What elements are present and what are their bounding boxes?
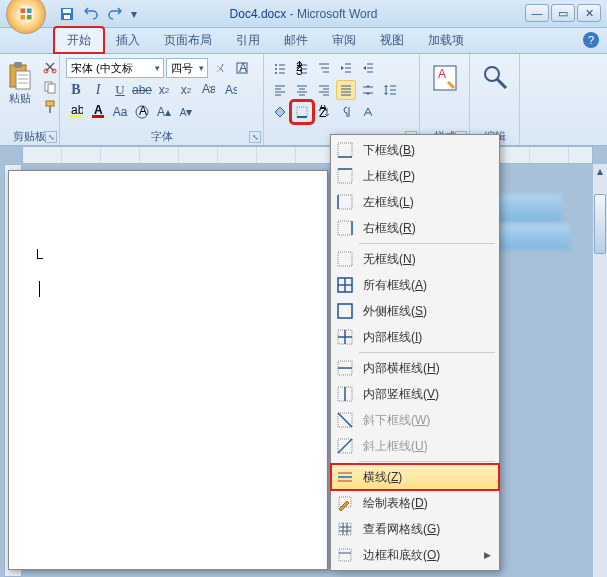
svg-rect-17 [48,84,55,93]
snap-grid-icon[interactable] [358,102,378,122]
char-shading-icon[interactable]: Aa [110,102,130,122]
svg-rect-83 [338,143,352,157]
tab-insert[interactable]: 插入 [104,28,152,53]
underline-button[interactable]: U [110,80,130,100]
tab-addins[interactable]: 加载项 [416,28,476,53]
svg-rect-6 [63,9,71,13]
borders-button[interactable] [292,102,312,122]
char-border-icon[interactable]: A [232,58,252,78]
close-button[interactable]: ✕ [577,4,601,22]
font-launcher[interactable]: ⤡ [249,131,261,143]
show-marks-icon[interactable] [336,102,356,122]
shrink-font-icon[interactable]: A▾ [176,102,196,122]
menu-item-hline[interactable]: 横线(Z) [331,464,499,490]
subscript-button[interactable]: x2 [154,80,174,100]
undo-icon[interactable] [80,3,102,25]
superscript-button[interactable]: x2 [176,80,196,100]
shading-icon[interactable] [270,102,290,122]
group-label-font: 字体 [60,129,263,144]
menu-item-right[interactable]: 右框线(R) [331,215,499,241]
svg-rect-87 [338,195,352,209]
menu-item-inside-h[interactable]: 内部横框线(H) [331,355,499,381]
save-icon[interactable] [56,3,78,25]
redo-icon[interactable] [104,3,126,25]
svg-rect-85 [338,169,352,183]
tab-references[interactable]: 引用 [224,28,272,53]
bullets-icon[interactable] [270,58,290,78]
svg-rect-3 [21,14,26,19]
svg-point-31 [275,64,277,66]
cut-icon[interactable] [40,58,60,76]
increase-indent-icon[interactable] [358,58,378,78]
minimize-button[interactable]: — [525,4,549,22]
decrease-indent-icon[interactable] [336,58,356,78]
menu-item-none[interactable]: 无框线(N) [331,246,499,272]
tab-view[interactable]: 视图 [368,28,416,53]
menu-item-label: 所有框线(A) [363,277,427,294]
font-name-combo[interactable]: 宋体 (中文标 [66,58,164,78]
tab-page-layout[interactable]: 页面布局 [152,28,224,53]
document-page[interactable] [8,170,328,570]
menu-item-label: 上框线(P) [363,168,415,185]
scroll-thumb[interactable] [594,194,606,254]
menu-item-label: 外侧框线(S) [363,303,427,320]
svg-line-82 [497,79,506,88]
menu-item-dialog[interactable]: 边框和底纹(O)▶ [331,542,499,568]
font-color-icon[interactable]: A [88,102,108,122]
highlight-color-icon[interactable]: ab [66,102,86,122]
align-center-icon[interactable] [292,80,312,100]
sort-icon[interactable]: AZ [314,102,334,122]
strikethrough-button[interactable]: abe [132,80,152,100]
distribute-icon[interactable] [358,80,378,100]
qat-customize-icon[interactable]: ▾ [128,3,140,25]
svg-rect-89 [338,221,352,235]
clear-format-icon[interactable]: Aa [198,80,218,100]
font-size-combo[interactable]: 四号 [166,58,208,78]
menu-item-label: 横线(Z) [363,469,402,486]
tab-review[interactable]: 审阅 [320,28,368,53]
margin-mark [37,249,43,259]
align-right-icon[interactable] [314,80,334,100]
vertical-scrollbar[interactable]: ▴ [593,164,607,577]
grow-font-icon[interactable]: A▴ [154,102,174,122]
menu-separator [359,243,495,244]
format-painter-icon[interactable] [40,98,60,116]
menu-item-inside[interactable]: 内部框线(I) [331,324,499,350]
submenu-arrow-icon: ▶ [484,550,491,560]
justify-icon[interactable] [336,80,356,100]
line-spacing-icon[interactable] [380,80,400,100]
group-font: 宋体 (中文标 四号 ㄨ A B I U abe x2 x2 Aa As ab … [60,54,264,145]
help-icon[interactable]: ? [583,32,599,48]
border-right-icon [335,218,355,238]
enclose-char-icon[interactable]: A [132,102,152,122]
menu-item-draw[interactable]: 绘制表格(D) [331,490,499,516]
menu-item-all[interactable]: 所有框线(A) [331,272,499,298]
phonetic-guide-icon[interactable]: As [220,80,240,100]
tab-home[interactable]: 开始 [54,27,104,53]
horizontal-ruler[interactable] [22,146,593,164]
clipboard-launcher[interactable]: ⤡ [45,131,57,143]
paste-button[interactable]: 粘贴 [0,58,40,108]
multilevel-list-icon[interactable] [314,58,334,78]
tab-mail[interactable]: 邮件 [272,28,320,53]
italic-button[interactable]: I [88,80,108,100]
numbering-icon[interactable]: 123 [292,58,312,78]
menu-item-label: 内部横框线(H) [363,360,440,377]
svg-text:Z: Z [319,106,326,119]
menu-item-left[interactable]: 左框线(L) [331,189,499,215]
border-inside-h-icon [335,358,355,378]
find-icon[interactable] [480,62,510,94]
bold-button[interactable]: B [66,80,86,100]
menu-item-grid[interactable]: 查看网格线(G) [331,516,499,542]
svg-text:As: As [225,83,237,97]
menu-item-outside[interactable]: 外侧框线(S) [331,298,499,324]
styles-icon[interactable]: A [430,62,460,94]
menu-item-bottom[interactable]: 下框线(B) [331,137,499,163]
menu-item-inside-v[interactable]: 内部竖框线(V) [331,381,499,407]
menu-item-label: 下框线(B) [363,142,415,159]
maximize-button[interactable]: ▭ [551,4,575,22]
align-left-icon[interactable] [270,80,290,100]
copy-icon[interactable] [40,78,60,96]
change-case-icon[interactable]: ㄨ [210,58,230,78]
menu-item-top[interactable]: 上框线(P) [331,163,499,189]
